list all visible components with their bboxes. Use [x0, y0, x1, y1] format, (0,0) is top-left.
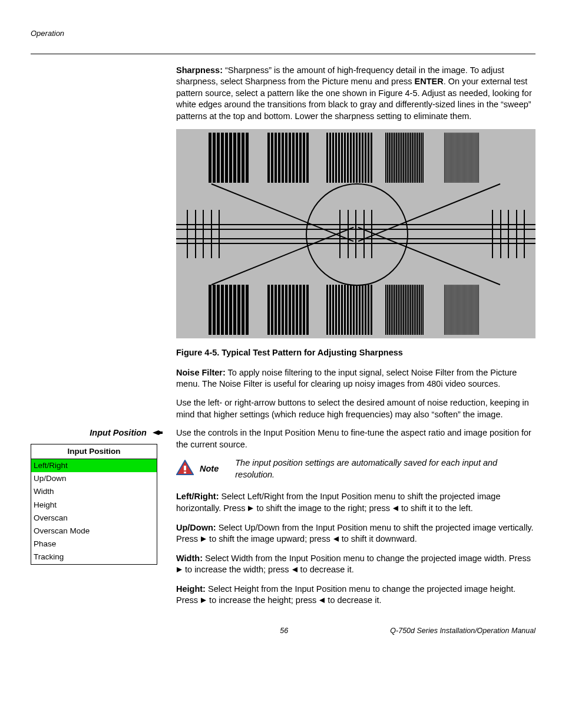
heading-arrow-icon [153, 427, 163, 439]
leftright-paragraph: Left/Right: Select Left/Right from the I… [176, 491, 535, 515]
right-arrow-icon [200, 534, 207, 546]
sharpness-paragraph: Sharpness: “Sharpness” is the amount of … [176, 65, 535, 123]
svg-marker-7 [201, 536, 206, 542]
menu-item: Up/Down [31, 472, 157, 485]
sharpness-label: Sharpness: [176, 65, 223, 75]
manual-title: Q-750d Series Installation/Operation Man… [390, 626, 535, 636]
svg-marker-1 [158, 430, 163, 435]
menu-item: Height [31, 499, 157, 512]
left-arrow-icon [333, 534, 339, 546]
menu-item: Tracking [31, 551, 157, 564]
menu-item: Overscan [31, 512, 157, 525]
left-arrow-icon [292, 565, 298, 577]
left-arrow-icon [392, 503, 399, 515]
page-number: 56 [280, 626, 288, 636]
svg-marker-9 [177, 567, 182, 572]
menu-title: Input Position [31, 444, 157, 459]
height-paragraph: Height: Select Height from the Input Pos… [176, 584, 535, 607]
svg-marker-6 [393, 506, 398, 511]
svg-rect-4 [184, 472, 186, 473]
menu-item: Width [31, 485, 157, 498]
right-arrow-icon [176, 565, 183, 577]
right-arrow-icon [200, 595, 207, 607]
note-block: Note The input position settings are aut… [176, 457, 535, 480]
page-footer: 56 Q-750d Series Installation/Operation … [31, 626, 535, 636]
note-warning-icon [176, 460, 194, 479]
noise-filter-paragraph-2: Use the left- or right-arrow buttons to … [176, 397, 535, 420]
width-paragraph: Width: Select Width from the Input Posit… [176, 553, 535, 577]
right-arrow-icon [247, 503, 254, 515]
svg-rect-3 [184, 466, 186, 470]
menu-item: Overscan Mode [31, 525, 157, 538]
svg-marker-12 [319, 598, 325, 603]
svg-marker-10 [292, 567, 297, 572]
input-position-menu: Input Position Left/Right Up/Down Width … [31, 444, 157, 565]
running-header: Operation [31, 28, 535, 39]
enter-key: ENTER [415, 77, 444, 86]
svg-marker-8 [333, 536, 339, 542]
left-arrow-icon [319, 595, 325, 607]
menu-item: Phase [31, 538, 157, 551]
noise-filter-label: Noise Filter: [176, 368, 226, 377]
noise-filter-paragraph-1: Noise Filter: To apply noise filtering t… [176, 367, 535, 390]
note-label: Note [200, 463, 219, 475]
note-text: The input position settings are automati… [235, 457, 535, 480]
figure-caption: Figure 4-5. Typical Test Pattern for Adj… [176, 347, 535, 359]
input-position-heading: Input Position [31, 427, 163, 439]
svg-marker-5 [248, 506, 253, 511]
updown-paragraph: Up/Down: Select Up/Down from the Input P… [176, 522, 535, 546]
header-rule [31, 54, 535, 54]
menu-item-selected: Left/Right [31, 459, 157, 472]
sharpness-test-pattern-figure [176, 129, 535, 338]
input-position-intro: Use the controls in the Input Position M… [176, 427, 535, 450]
svg-marker-11 [201, 598, 206, 603]
